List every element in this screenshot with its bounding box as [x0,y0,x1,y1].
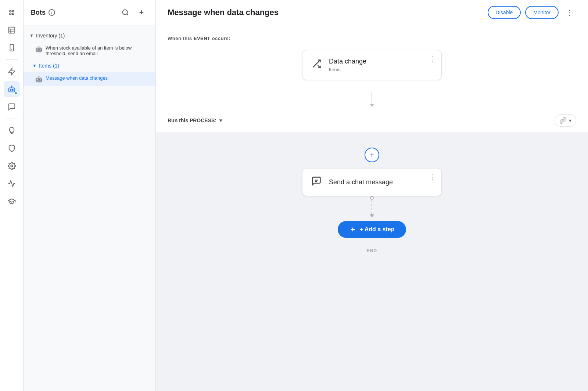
process-link-toggle[interactable]: ▾ [555,114,576,127]
sidebar-content: ▼ Inventory (1) 🤖 When stock available o… [24,25,155,391]
process-card-title: Send a chat message [329,178,393,186]
sidebar: Bots i + ▼ Inventory (1) 🤖 When stock av… [24,0,156,391]
svg-line-23 [560,118,565,123]
process-section: Run this PROCESS: ▾ ▾ + ⋮ [156,107,588,391]
analytics-icon[interactable] [4,175,20,192]
info-icon[interactable]: i [49,9,55,16]
data-change-icon [311,59,322,71]
event-card[interactable]: ⋮ Data change Items [302,50,442,80]
process-card[interactable]: ⋮ Send a chat message [302,168,442,196]
items-item-text-1: Message when data changes [46,75,108,81]
graduation-icon[interactable] [4,193,20,209]
main-header: Message when data changes Disable Monito… [156,0,588,25]
dashed-arrow [370,214,374,217]
more-options-button[interactable]: ⋮ [563,6,576,19]
svg-point-1 [12,10,14,12]
bot-item-icon-2: 🤖 [35,76,43,83]
inventory-item-1[interactable]: 🤖 When stock available of an item is bel… [24,41,155,60]
apps-icon[interactable] [4,4,20,21]
settings-icon[interactable] [4,158,20,174]
add-button[interactable]: + [135,6,148,19]
section-arrow [156,104,588,107]
chat-nav-icon[interactable] [4,99,20,115]
inventory-item-text-1: When stock available of an item is below… [46,45,150,56]
chat-message-icon [311,176,322,188]
process-header: Run this PROCESS: ▾ ▾ [156,107,588,133]
group-inventory[interactable]: ▼ Inventory (1) [24,30,155,41]
items-item-1[interactable]: 🤖 Message when data changes [24,72,155,86]
event-card-body: Data change Items [329,58,366,72]
event-card-more[interactable]: ⋮ [430,55,436,62]
process-label: Run this PROCESS: ▾ [168,117,222,123]
connector-arrow-top [370,104,374,107]
end-label: END [367,248,377,253]
svg-point-2 [10,13,11,15]
event-card-title: Data change [329,58,366,65]
svg-rect-4 [8,27,15,33]
active-badge [14,91,18,95]
svg-point-18 [11,165,13,167]
add-step-label: + Add a step [360,226,395,233]
sidebar-header: Bots i + [24,0,155,25]
svg-point-12 [10,89,11,90]
main-content: Message when data changes Disable Monito… [156,0,588,391]
section-connector [156,92,588,104]
svg-line-20 [127,14,128,15]
shield-icon[interactable] [4,140,20,156]
inventory-chevron: ▼ [29,33,34,38]
connector-dot [370,196,374,200]
rail-divider-1 [6,59,18,60]
items-label: Items (1) [39,63,59,69]
process-card-body: Send a chat message [329,178,393,186]
process-card-more[interactable]: ⋮ [430,174,436,180]
dashed-connector [370,196,374,218]
mobile-icon[interactable] [4,40,20,56]
items-chevron: ▼ [32,63,37,68]
add-step-circle-top[interactable]: + [365,148,379,162]
process-dropdown-icon[interactable]: ▾ [219,117,222,123]
icon-rail [0,0,24,391]
svg-point-3 [12,13,14,15]
page-title: Message when data changes [168,8,279,17]
sidebar-title-group: Bots i [31,9,55,17]
group-items[interactable]: ▼ Items (1) [24,60,155,72]
canvas: When this EVENT occurs: ⋮ Data change It… [156,25,588,391]
rail-divider-2 [6,119,18,119]
svg-marker-10 [8,68,15,75]
event-section: When this EVENT occurs: ⋮ Data change It… [156,25,588,92]
lightbulb-icon[interactable] [4,123,20,139]
table-icon[interactable] [4,22,20,38]
inventory-label: Inventory (1) [36,33,65,39]
svg-rect-11 [8,88,15,92]
sidebar-title: Bots [31,9,46,17]
process-canvas: + ⋮ Send a chat message [156,133,588,268]
svg-point-0 [10,10,11,12]
svg-point-15 [11,86,12,87]
link-dropdown-chevron[interactable]: ▾ [569,117,571,123]
header-actions: Disable Monitor ⋮ [488,6,576,19]
event-section-label: When this EVENT occurs: [168,36,576,41]
search-button[interactable] [119,6,132,19]
add-step-button[interactable]: + Add a step [338,221,406,238]
dashed-line [372,200,372,214]
bot-nav-icon[interactable] [4,81,20,97]
connector-line-top [372,92,372,104]
bolt-icon[interactable] [4,64,20,80]
bot-item-icon-1: 🤖 [35,46,43,53]
sidebar-actions: + [119,6,148,19]
disable-button[interactable]: Disable [488,6,521,19]
svg-point-19 [123,10,128,15]
event-card-subtitle: Items [329,67,366,72]
svg-point-13 [12,89,13,90]
process-label-text: Run this PROCESS: [168,117,216,123]
monitor-button[interactable]: Monitor [525,6,559,19]
